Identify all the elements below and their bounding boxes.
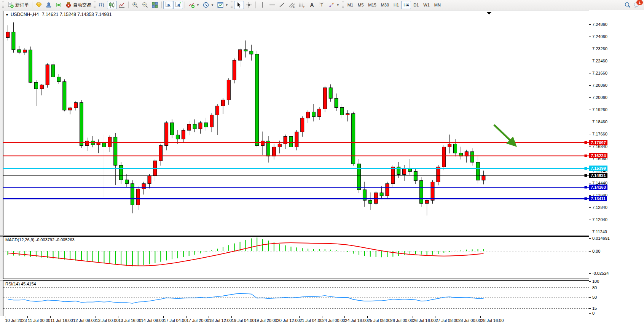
rsi-panel[interactable]: RSI(14) 45.4154 bbox=[3, 280, 589, 316]
candle bbox=[306, 112, 310, 118]
tf-mn-button[interactable]: MN bbox=[432, 1, 443, 9]
text-button[interactable]: A bbox=[307, 1, 317, 9]
chat-button[interactable]: 1 bbox=[633, 2, 640, 8]
collapse-triangle-icon[interactable]: ▼ bbox=[5, 13, 9, 17]
candle bbox=[51, 65, 55, 77]
macd-tick-label: -0.02524 bbox=[592, 271, 609, 276]
chevron-down-icon[interactable]: ▼ bbox=[196, 3, 199, 7]
time-label: 24 Jul 00:00 bbox=[322, 318, 345, 323]
line-anchor-marker[interactable] bbox=[585, 186, 587, 188]
periods-button[interactable]: ▼ bbox=[201, 1, 215, 9]
candle bbox=[470, 151, 474, 162]
cursor-button[interactable] bbox=[234, 1, 244, 9]
profile-button[interactable] bbox=[44, 1, 54, 9]
price-tick-label: 7.21660 bbox=[592, 71, 607, 75]
autotrade-icon bbox=[65, 2, 72, 8]
price-chart-panel[interactable]: ▼USDCNH-,H47.14621 7.15248 7.14353 7.149… bbox=[3, 11, 589, 235]
autotrade-button[interactable]: 自动交易 bbox=[64, 1, 93, 9]
zoom-in-button[interactable] bbox=[130, 1, 140, 9]
channel-button[interactable]: E bbox=[287, 1, 297, 9]
gem-icon bbox=[35, 2, 42, 8]
bar-chart-button[interactable] bbox=[97, 1, 107, 9]
line-anchor-marker[interactable] bbox=[585, 174, 587, 177]
vertical-line-button[interactable] bbox=[257, 1, 267, 9]
toolbar-grip[interactable] bbox=[94, 2, 96, 8]
text-label-button[interactable]: T bbox=[317, 1, 327, 9]
price-tick-label: 7.12840 bbox=[592, 205, 607, 210]
tf-m1-button[interactable]: M1 bbox=[345, 1, 355, 9]
horizontal-line-button[interactable] bbox=[267, 1, 277, 9]
autoscroll-button[interactable] bbox=[163, 1, 173, 9]
price-axis[interactable]: 7.248607.240607.232607.224607.216607.208… bbox=[589, 10, 644, 325]
price-tick-tick bbox=[589, 37, 591, 37]
candle bbox=[386, 183, 389, 196]
tf-m15-button[interactable]: M15 bbox=[366, 1, 378, 9]
toolbar-separator bbox=[128, 2, 129, 8]
chevron-down-icon[interactable]: ▼ bbox=[336, 3, 340, 7]
zoom-out-button[interactable] bbox=[140, 1, 150, 9]
rsi-label: RSI(14) 45.4154 bbox=[5, 282, 36, 286]
price-plot-frame bbox=[3, 11, 589, 235]
price-chart-canvas[interactable] bbox=[3, 11, 589, 235]
time-label: 14 Jul 08:00 bbox=[141, 318, 164, 323]
cursor-icon bbox=[236, 2, 242, 8]
tf-h4-button[interactable]: H4 bbox=[401, 1, 411, 9]
indicators-button[interactable]: ▼ bbox=[187, 1, 201, 9]
toolbar-grip[interactable] bbox=[342, 2, 344, 8]
tf-d1-button[interactable]: D1 bbox=[411, 1, 421, 9]
toolbar-grip[interactable] bbox=[2, 2, 4, 8]
tf-h1-button[interactable]: H1 bbox=[391, 1, 401, 9]
price-line-tag: 7.13411 bbox=[589, 196, 607, 201]
chart-shift-button[interactable] bbox=[173, 1, 183, 9]
crosshair-button[interactable] bbox=[244, 1, 254, 9]
macd-canvas[interactable] bbox=[3, 236, 589, 279]
time-label: 19 Jul 04:00 bbox=[232, 318, 255, 323]
time-label: 17 Jul 04:00 bbox=[164, 318, 187, 323]
trendline-button[interactable] bbox=[277, 1, 287, 9]
textA-icon: A bbox=[308, 2, 315, 8]
chevron-down-icon[interactable]: ▼ bbox=[211, 3, 214, 7]
macd-panel[interactable]: MACD(12,26,9) -0.003792 -0.005263 bbox=[3, 236, 589, 279]
vline-icon bbox=[259, 2, 266, 8]
price-tick-label: 7.12040 bbox=[592, 217, 607, 222]
time-tick bbox=[413, 316, 413, 318]
arrows-button[interactable]: ▼ bbox=[327, 1, 341, 9]
macd-tick-label: 0.00 bbox=[592, 249, 600, 253]
candle-chart-button[interactable] bbox=[107, 1, 117, 9]
chevron-down-icon[interactable]: ▼ bbox=[225, 3, 228, 7]
candle bbox=[482, 175, 485, 180]
candle bbox=[159, 145, 163, 161]
tf-m30-button[interactable]: M30 bbox=[379, 1, 391, 9]
time-axis[interactable]: 10 Jul 202311 Jul 00:0011 Jul 16:0012 Ju… bbox=[0, 316, 644, 325]
toolbar-grip[interactable] bbox=[231, 2, 233, 8]
line-anchor-marker[interactable] bbox=[585, 155, 587, 157]
time-tick bbox=[322, 316, 322, 318]
templates-button[interactable]: ▼ bbox=[215, 1, 230, 9]
rsi-tick-label: 15 bbox=[592, 306, 597, 311]
fibonacci-button[interactable]: F bbox=[297, 1, 307, 9]
candle bbox=[136, 189, 140, 205]
new-order-button[interactable]: 新订单 bbox=[6, 1, 30, 9]
tline-icon bbox=[279, 2, 285, 8]
signals-button[interactable] bbox=[54, 1, 64, 9]
time-tick bbox=[254, 316, 254, 318]
line-chart-button[interactable] bbox=[117, 1, 127, 9]
line-anchor-marker[interactable] bbox=[585, 167, 587, 169]
tile-windows-button[interactable] bbox=[150, 1, 160, 9]
quick-trade-button[interactable] bbox=[34, 1, 44, 9]
candle bbox=[357, 164, 361, 190]
candle bbox=[80, 103, 83, 146]
rsi-tick-tick bbox=[589, 313, 591, 314]
line-anchor-marker[interactable] bbox=[585, 142, 587, 144]
candle bbox=[323, 88, 327, 109]
price-tick-tick bbox=[589, 110, 591, 110]
rsi-tick-tick bbox=[589, 308, 591, 309]
price-tick-tick bbox=[589, 220, 591, 220]
search-button[interactable] bbox=[624, 2, 631, 8]
search-icon bbox=[624, 2, 631, 8]
tf-w1-button[interactable]: W1 bbox=[421, 1, 432, 9]
rsi-canvas[interactable] bbox=[3, 280, 589, 316]
line-anchor-marker[interactable] bbox=[585, 198, 587, 200]
tf-m5-button[interactable]: M5 bbox=[355, 1, 366, 9]
candle bbox=[335, 98, 338, 107]
